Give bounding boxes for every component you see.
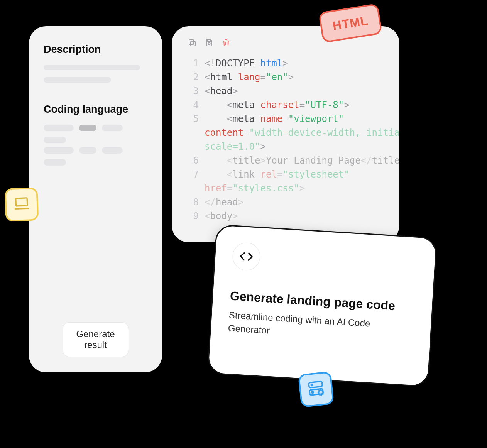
generate-result-button[interactable]: Generate result bbox=[62, 322, 129, 357]
trash-icon[interactable] bbox=[221, 38, 231, 48]
code-preview-panel: 123456789 <!DOCTYPE html><html lang="en"… bbox=[172, 26, 399, 242]
description-heading: Description bbox=[44, 44, 147, 56]
svg-rect-0 bbox=[16, 198, 27, 206]
code-toolbar bbox=[187, 38, 399, 48]
code-line: scale=1.0"> bbox=[205, 140, 399, 154]
code-line: <body> bbox=[205, 209, 399, 223]
laptop-icon bbox=[13, 195, 30, 214]
code-line: <html lang="en"> bbox=[205, 70, 399, 84]
language-option[interactable] bbox=[102, 147, 123, 154]
server-gear-icon bbox=[306, 379, 326, 400]
save-icon[interactable] bbox=[204, 38, 214, 48]
svg-point-3 bbox=[208, 43, 210, 45]
code-line: href="styles.css"> bbox=[205, 181, 399, 195]
line-number-gutter: 123456789 bbox=[183, 56, 199, 223]
code-line: content="width=device-width, initial- bbox=[205, 126, 399, 140]
code-line: <head> bbox=[205, 84, 399, 98]
laptop-badge bbox=[5, 188, 39, 222]
form-panel: Description Coding language Generate res… bbox=[29, 26, 162, 372]
language-option[interactable] bbox=[102, 125, 123, 131]
coding-language-heading: Coding language bbox=[44, 103, 147, 115]
language-pill-row bbox=[44, 147, 147, 166]
code-brackets-icon bbox=[232, 242, 261, 271]
promo-subtitle: Streamline coding with an AI Code Genera… bbox=[228, 308, 414, 345]
server-badge bbox=[298, 371, 335, 408]
svg-point-6 bbox=[311, 384, 313, 385]
code-lines: <!DOCTYPE html><html lang="en"><head> <m… bbox=[205, 56, 399, 223]
language-option[interactable] bbox=[44, 125, 74, 131]
code-line: <meta charset="UTF-8"> bbox=[205, 98, 399, 112]
code-line: </head> bbox=[205, 195, 399, 209]
language-option-selected[interactable] bbox=[79, 125, 96, 131]
html-badge-label: HTML bbox=[331, 13, 369, 33]
svg-rect-2 bbox=[189, 40, 194, 44]
svg-rect-1 bbox=[191, 41, 195, 46]
description-placeholder-line bbox=[44, 77, 111, 83]
copy-icon[interactable] bbox=[187, 38, 197, 48]
code-line: <link rel="stylesheet" bbox=[205, 167, 399, 181]
description-placeholder-line bbox=[44, 65, 140, 70]
language-option[interactable] bbox=[79, 147, 96, 154]
language-pill-row bbox=[44, 125, 147, 143]
code-line: <meta name="viewport" bbox=[205, 112, 399, 126]
code-line: <title>Your Landing Page</title> bbox=[205, 154, 399, 167]
svg-point-7 bbox=[312, 391, 313, 393]
language-option[interactable] bbox=[44, 147, 74, 154]
language-option[interactable] bbox=[44, 159, 66, 166]
language-option[interactable] bbox=[44, 137, 66, 143]
promo-card[interactable]: Generate landing page code Streamline co… bbox=[207, 224, 438, 387]
code-line: <!DOCTYPE html> bbox=[205, 56, 399, 70]
code-area: 123456789 <!DOCTYPE html><html lang="en"… bbox=[183, 56, 399, 223]
svg-point-8 bbox=[318, 390, 323, 395]
